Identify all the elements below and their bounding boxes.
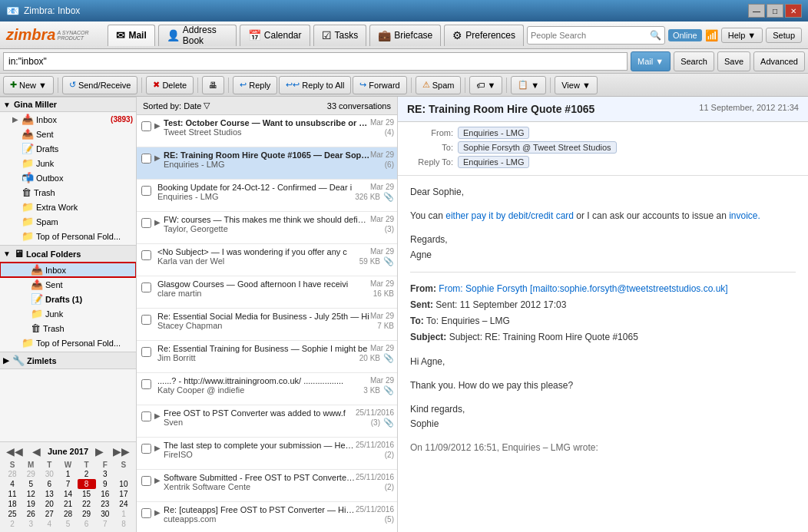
folder-inbox[interactable]: ▶ 📥 Inbox (3893) <box>0 112 136 127</box>
email-list-item[interactable]: ▶FW: courses — This makes me think we sh… <box>137 212 397 244</box>
to-value[interactable]: Sophie Forsyth @ Tweet Street Studios <box>458 141 617 154</box>
tab-tasks[interactable]: ☑ Tasks <box>313 25 367 46</box>
calendar-day[interactable]: 2 <box>3 519 22 529</box>
new-button[interactable]: ✚ New ▼ <box>3 76 54 94</box>
email-expand-arrow[interactable]: ▶ <box>154 121 161 130</box>
calendar-day[interactable]: 23 <box>96 499 114 509</box>
move-button[interactable]: 📋 ▼ <box>511 76 546 94</box>
calendar-day[interactable]: 28 <box>58 509 77 519</box>
email-checkbox[interactable] <box>141 250 151 260</box>
email-list-item[interactable]: ......? - http://www.ittrainingroom.co.u… <box>137 373 397 405</box>
calendar-day[interactable]: 16 <box>96 489 114 499</box>
forward-button[interactable]: ↪ Forward <box>353 76 406 94</box>
spam-button[interactable]: ⚠ Spam <box>416 76 462 94</box>
setup-button[interactable]: Setup <box>766 28 802 43</box>
cal-next-year[interactable]: ▶▶ <box>110 445 133 458</box>
save-search-button[interactable]: Save <box>717 51 750 71</box>
calendar-day[interactable]: 28 <box>3 469 22 479</box>
email-expand-arrow[interactable]: ▶ <box>154 218 161 226</box>
email-expand-arrow[interactable]: ▶ <box>154 476 161 484</box>
calendar-day[interactable]: 10 <box>114 479 133 489</box>
calendar-day[interactable]: 21 <box>58 499 77 509</box>
lf-folder-junk[interactable]: ▶ 📁 Junk <box>0 306 136 321</box>
body-link1[interactable]: either pay it by debit/credit card <box>445 210 574 221</box>
calendar-day[interactable]: 14 <box>58 489 77 499</box>
email-checkbox[interactable] <box>141 315 151 325</box>
calendar-day[interactable]: 19 <box>22 499 40 509</box>
calendar-day[interactable]: 3 <box>22 519 40 529</box>
calendar-day[interactable]: 30 <box>96 509 114 519</box>
lf-folder-top[interactable]: ▶ 📁 Top of Personal Fold... <box>0 335 136 350</box>
calendar-day[interactable]: 2 <box>78 469 96 479</box>
email-list-item[interactable]: Booking Update for 24-Oct-12 - Confirmed… <box>137 180 397 212</box>
calendar-day[interactable]: 18 <box>3 499 22 509</box>
personal-folders-section[interactable]: ▼ Gina Miller <box>0 97 136 112</box>
calendar-day[interactable]: 25 <box>3 509 22 519</box>
email-checkbox[interactable] <box>141 347 151 357</box>
maximize-button[interactable]: □ <box>767 4 783 18</box>
cal-next-month[interactable]: ▶ <box>92 445 107 458</box>
email-expand-arrow[interactable]: ▶ <box>154 444 161 452</box>
advanced-search-button[interactable]: Advanced <box>753 51 805 71</box>
email-checkbox[interactable] <box>141 411 151 421</box>
folder-outbox[interactable]: ▶ 📬 Outbox <box>0 170 136 185</box>
calendar-day[interactable]: 7 <box>58 479 77 489</box>
email-expand-arrow[interactable]: ▶ <box>154 154 161 162</box>
calendar-day[interactable]: 6 <box>40 479 58 489</box>
calendar-day[interactable]: 1 <box>114 509 133 519</box>
email-checkbox[interactable] <box>141 379 151 389</box>
body-link2[interactable]: invoice. <box>729 210 760 221</box>
lf-folder-sent[interactable]: ▶ 📤 Sent <box>0 277 136 292</box>
email-checkbox[interactable] <box>141 186 151 196</box>
sort-label[interactable]: Sorted by: Date ▽ <box>143 101 210 111</box>
folder-trash[interactable]: ▶ 🗑 Trash <box>0 185 136 200</box>
view-button[interactable]: View ▼ <box>555 76 598 94</box>
email-list-item[interactable]: Re: Essential Social Media for Business … <box>137 309 397 341</box>
cal-prev-month[interactable]: ◀ <box>29 445 44 458</box>
cal-prev-year[interactable]: ◀◀ <box>3 445 26 458</box>
email-checkbox[interactable] <box>141 444 151 454</box>
email-list-item[interactable]: Glasgow Courses — Good afternoon I have … <box>137 276 397 309</box>
minimize-button[interactable]: — <box>748 4 765 18</box>
email-list-item[interactable]: ▶Test: October Course — Want to unsubscr… <box>137 115 397 147</box>
email-expand-arrow[interactable]: ▶ <box>154 508 161 517</box>
calendar-day[interactable]: 5 <box>58 519 77 529</box>
email-list-item[interactable]: Re: Essential Training for Business — So… <box>137 341 397 373</box>
calendar-day[interactable]: 9 <box>96 479 114 489</box>
calendar-day[interactable]: 8 <box>114 519 133 529</box>
email-list-item[interactable]: ▶RE: Training Room Hire Quote #1065 — De… <box>137 147 397 180</box>
calendar-day[interactable]: 3 <box>96 469 114 479</box>
local-folders-section[interactable]: ▼ 🖥 Local Folders <box>0 245 136 263</box>
tab-address-book[interactable]: 👤 Address Book <box>158 25 237 46</box>
reply-button[interactable]: ↩ Reply <box>233 76 277 94</box>
folder-extra-work[interactable]: ▶ 📁 Extra Work <box>0 200 136 214</box>
email-checkbox[interactable] <box>141 218 151 228</box>
reply-all-button[interactable]: ↩↩ Reply to All <box>279 76 351 94</box>
close-button[interactable]: ✕ <box>785 4 802 18</box>
calendar-day[interactable]: 13 <box>40 489 58 499</box>
folder-drafts[interactable]: ▶ 📝 Drafts <box>0 141 136 156</box>
people-search-box[interactable]: 🔍 <box>527 26 665 45</box>
calendar-day[interactable]: 15 <box>78 489 96 499</box>
calendar-day[interactable]: 4 <box>40 519 58 529</box>
calendar-day[interactable]: 11 <box>3 489 22 499</box>
email-checkbox[interactable] <box>141 508 151 518</box>
calendar-day[interactable]: 7 <box>96 519 114 529</box>
calendar-day[interactable]: 29 <box>22 469 40 479</box>
folder-sent[interactable]: ▶ 📤 Sent <box>0 127 136 141</box>
calendar-day[interactable]: 17 <box>114 489 133 499</box>
calendar-day[interactable]: 12 <box>22 489 40 499</box>
lf-folder-trash[interactable]: ▶ 🗑 Trash <box>0 321 136 335</box>
tab-briefcase[interactable]: 💼 Briefcase <box>369 25 441 46</box>
folder-junk[interactable]: ▶ 📁 Junk <box>0 156 136 170</box>
calendar-day[interactable]: 30 <box>40 469 58 479</box>
from-value[interactable]: Enquiries - LMG <box>458 127 529 139</box>
calendar-day[interactable]: 1 <box>58 469 77 479</box>
reply-to-value[interactable]: Enquiries - LMG <box>458 156 529 168</box>
email-list-item[interactable]: <No Subject> — I was wondering if you of… <box>137 244 397 276</box>
help-button[interactable]: Help ▼ <box>721 28 763 43</box>
tab-preferences[interactable]: ⚙ Preferences <box>444 25 524 46</box>
search-button[interactable]: Search <box>674 51 714 71</box>
calendar-day[interactable]: 4 <box>3 479 22 489</box>
folder-spam[interactable]: ▶ 📁 Spam <box>0 214 136 229</box>
